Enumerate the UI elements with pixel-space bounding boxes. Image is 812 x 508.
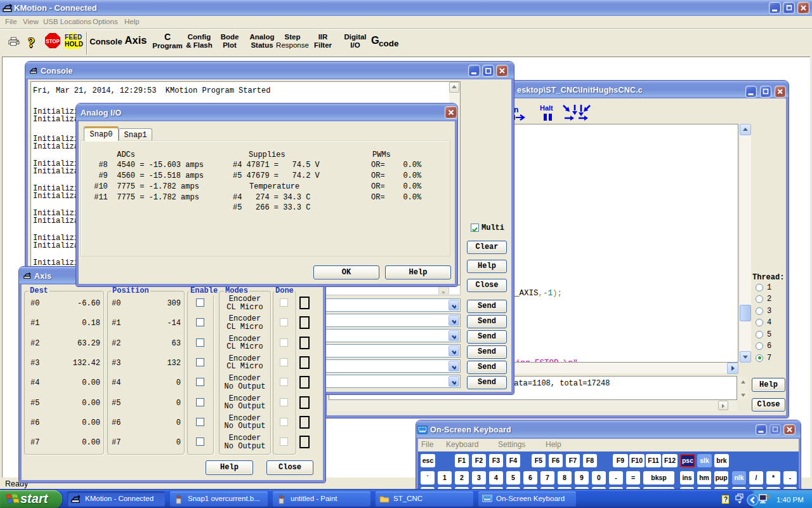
svg-text:STOP: STOP <box>46 39 60 44</box>
